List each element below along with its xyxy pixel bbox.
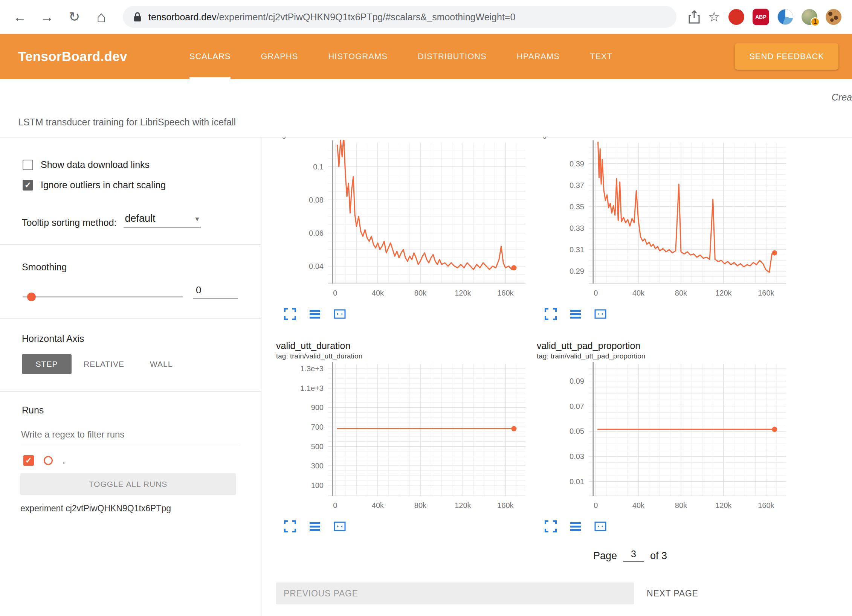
tooltip-sorting-value: default (125, 213, 156, 224)
next-page-button[interactable]: NEXT PAGE (647, 582, 698, 604)
page-number-input[interactable] (623, 549, 644, 562)
url-domain: tensorboard.dev (148, 12, 217, 22)
svg-text:0: 0 (594, 501, 598, 509)
svg-text:0.1: 0.1 (313, 163, 324, 171)
svg-text:1.3e+3: 1.3e+3 (300, 364, 324, 373)
chart-card-valid-utt-pad-proportion: valid_utt_pad_proportion tag: train/vali… (537, 340, 803, 533)
svg-text:40k: 40k (372, 501, 384, 509)
abp-extension-icon[interactable]: ABP (753, 9, 769, 25)
svg-text:0: 0 (333, 501, 337, 509)
page-of-label: of 3 (650, 550, 667, 562)
svg-text:0.33: 0.33 (570, 224, 584, 232)
scalar-chart[interactable]: 1003005007009001.1e+31.3e+3040k80k120k16… (276, 361, 540, 512)
scalar-chart[interactable]: 0.290.310.330.350.370.39040k80k120k160k (537, 140, 800, 300)
address-bar[interactable]: tensorboard.dev/experiment/cj2vtPiwQHKN9… (123, 6, 676, 28)
svg-text:0.39: 0.39 (570, 160, 584, 168)
browser-window: ← → ↻ ⌂ tensorboard.dev/experiment/cj2vt… (0, 0, 852, 616)
bookmark-star-icon[interactable]: ☆ (708, 9, 720, 25)
fit-domain-icon[interactable] (333, 308, 346, 320)
scalar-chart[interactable]: 0.010.030.050.070.09040k80k120k160k (537, 361, 800, 512)
svg-text:0.06: 0.06 (309, 229, 324, 237)
share-icon[interactable] (689, 10, 700, 24)
app-header: TensorBoard.dev SCALARS GRAPHS HISTOGRAM… (0, 34, 852, 79)
svg-text:160k: 160k (497, 289, 514, 297)
runs-filter-input[interactable] (21, 426, 239, 443)
svg-text:40k: 40k (632, 501, 645, 509)
nav-tabs: SCALARS GRAPHS HISTOGRAMS DISTRIBUTIONS … (189, 34, 612, 79)
forward-icon[interactable]: → (36, 9, 58, 25)
subheader: Crea LSTM transducer training for LibriS… (0, 79, 852, 137)
tab-graphs[interactable]: GRAPHS (261, 34, 298, 79)
smoothing-slider-track[interactable] (23, 296, 183, 297)
back-icon[interactable]: ← (9, 9, 31, 25)
home-icon[interactable]: ⌂ (90, 8, 112, 26)
fullscreen-icon[interactable] (544, 520, 557, 533)
run-row: . (23, 454, 65, 466)
divider (0, 244, 261, 245)
fit-domain-icon[interactable] (333, 520, 346, 533)
svg-text:0.08: 0.08 (309, 196, 324, 204)
app-title: TensorBoard.dev (18, 49, 127, 64)
svg-text:40k: 40k (372, 289, 384, 297)
axis-wall-button[interactable]: WALL (150, 354, 173, 374)
fit-domain-icon[interactable] (594, 520, 607, 533)
chart-toolbar (276, 308, 542, 320)
fullscreen-icon[interactable] (284, 308, 296, 320)
svg-text:700: 700 (311, 423, 324, 431)
axis-step-button[interactable]: STEP (22, 354, 72, 374)
pie-extension-icon[interactable] (777, 9, 793, 25)
ignore-outliers-checkbox[interactable] (23, 180, 33, 191)
tab-histograms[interactable]: HISTOGRAMS (328, 34, 388, 79)
tooltip-sorting-select[interactable]: default ▾ (124, 213, 201, 228)
send-feedback-button[interactable]: SEND FEEDBACK (735, 43, 838, 70)
tab-distributions[interactable]: DISTRIBUTIONS (418, 34, 487, 79)
fit-domain-icon[interactable] (594, 308, 607, 320)
cookie-extension-icon[interactable] (826, 9, 841, 25)
svg-text:0.04: 0.04 (309, 262, 324, 270)
svg-text:1.1e+3: 1.1e+3 (300, 384, 324, 392)
fullscreen-icon[interactable] (544, 308, 557, 320)
toggle-all-runs-button[interactable]: TOGGLE ALL RUNS (20, 473, 236, 495)
svg-text:120k: 120k (455, 289, 471, 297)
previous-page-button[interactable]: PREVIOUS PAGE (276, 582, 634, 604)
tab-hparams[interactable]: HPARAMS (517, 34, 560, 79)
chart-tag: tag: train/valid_utt_duration (276, 351, 542, 361)
svg-text:40k: 40k (632, 289, 645, 297)
page-label: Page (593, 550, 617, 562)
lock-icon (133, 12, 142, 22)
horizontal-lines-icon[interactable] (569, 520, 582, 533)
svg-text:160k: 160k (758, 289, 774, 297)
svg-text:0.37: 0.37 (570, 181, 584, 189)
run-checkbox[interactable] (23, 455, 34, 466)
url-text: tensorboard.dev/experiment/cj2vtPiwQHKN9… (148, 12, 515, 23)
svg-text:80k: 80k (675, 501, 687, 509)
adblocker-extension-icon[interactable] (728, 9, 744, 25)
smoothing-slider-thumb[interactable] (27, 293, 36, 301)
horizontal-lines-icon[interactable] (308, 308, 321, 320)
tooltip-sorting-label: Tooltip sorting method: (22, 217, 117, 228)
reload-icon[interactable]: ↻ (63, 9, 85, 25)
axis-relative-button[interactable]: RELATIVE (84, 354, 124, 374)
horizontal-lines-icon[interactable] (308, 520, 321, 533)
scalar-chart[interactable]: 0.040.060.080.1040k80k120k160k (276, 140, 540, 300)
experiment-id-label: experiment cj2vtPiwQHKN9Q1tx6PTpg (20, 503, 171, 514)
svg-text:0.35: 0.35 (570, 203, 584, 211)
svg-text:0.09: 0.09 (570, 377, 584, 385)
url-path: /experiment/cj2vtPiwQHKN9Q1tx6PTpg/#scal… (217, 12, 516, 22)
svg-text:80k: 80k (414, 501, 427, 509)
tab-scalars[interactable]: SCALARS (189, 34, 231, 79)
divider (0, 391, 261, 392)
fullscreen-icon[interactable] (284, 520, 296, 533)
tab-text[interactable]: TEXT (590, 34, 612, 79)
svg-text:120k: 120k (715, 289, 732, 297)
show-download-links-checkbox[interactable] (23, 160, 33, 170)
smoothing-value-input[interactable] (193, 282, 238, 298)
chart-toolbar (537, 520, 803, 533)
chart-card-valid-utt-duration: valid_utt_duration tag: train/valid_utt_… (276, 340, 542, 533)
profile-avatar[interactable]: 1 (802, 9, 817, 25)
charts-panel: tag: train/… 0.040.060.080.1040k80k120k1… (262, 137, 852, 616)
svg-text:0.31: 0.31 (570, 245, 584, 254)
horizontal-lines-icon[interactable] (569, 308, 582, 320)
svg-text:0.05: 0.05 (570, 427, 584, 435)
run-color-swatch[interactable] (44, 456, 53, 465)
